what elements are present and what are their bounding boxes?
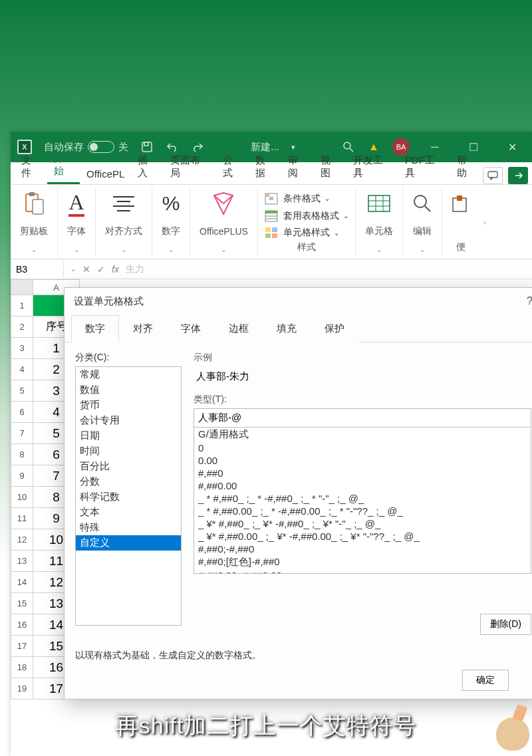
type-item[interactable]: G/通用格式 [194,428,531,441]
type-item[interactable]: _ * #,##0_ ;_ * -#,##0_ ;_ * "-"_ ;_ @_ [194,492,531,505]
tab-view[interactable]: 视图 [314,150,346,184]
row-header[interactable]: 15 [11,593,33,614]
category-list[interactable]: 常规 数值 货币 会计专用 日期 时间 百分比 分数 科学记数 文本 特殊 自定… [75,366,182,626]
table-format-button[interactable]: 套用表格格式 ⌄ [265,207,348,225]
group-alignment[interactable]: 对齐方式 ⌄ [96,188,152,256]
category-item-custom[interactable]: 自定义 [76,535,181,551]
dialog-tab-number[interactable]: 数字 [71,315,119,342]
tab-data[interactable]: 数据 [249,150,281,184]
cell-styles-button[interactable]: 单元格样式 ⌄ [265,224,348,241]
comments-button[interactable] [483,167,503,184]
category-item[interactable]: 分数 [76,474,181,489]
type-item[interactable]: #,##0;[红色]-#,##0 [194,555,531,569]
ribbon-overflow-icon[interactable]: › [479,188,490,256]
percent-icon: % [162,190,180,217]
type-item[interactable]: #,##0.00;-#,##0.00 [194,569,531,574]
group-label: 单元格 [365,225,393,237]
dropdown-icon[interactable]: ⌄ [70,265,76,273]
type-item[interactable]: _ * #,##0.00_ ;_ * -#,##0.00_ ;_ * "-"??… [194,505,531,517]
row-header[interactable]: 4 [11,359,33,380]
conditional-format-button[interactable]: 条件格式 ⌄ [265,190,348,207]
category-item[interactable]: 特殊 [76,520,181,535]
row-header[interactable]: 5 [11,380,33,402]
font-icon: A [68,190,84,217]
category-item[interactable]: 会计专用 [76,413,181,428]
tab-pdf[interactable]: PDF工具 [398,150,450,184]
row-header[interactable]: 6 [11,402,33,423]
category-item[interactable]: 常规 [76,367,181,382]
formula-bar: B3 ⌄ ✕ ✓ fx 生力 [11,259,532,279]
category-item[interactable]: 数值 [76,382,181,398]
tab-help[interactable]: 帮助 [450,150,483,184]
row-header[interactable]: 2 [11,316,33,338]
dialog-titlebar[interactable]: 设置单元格格式 ? [65,288,532,315]
category-item[interactable]: 时间 [76,443,181,459]
row-header[interactable]: 11 [11,508,33,529]
type-list[interactable]: G/通用格式 0 0.00 #,##0 #,##0.00 _ * #,##0_ … [194,428,531,574]
group-number[interactable]: % 数字 ⌄ [152,188,190,256]
category-item[interactable]: 科学记数 [76,489,181,505]
category-item[interactable]: 货币 [76,398,181,413]
group-clipboard[interactable]: 剪贴板 ⌄ [11,188,58,256]
dialog-tab-alignment[interactable]: 对齐 [119,315,167,342]
select-all-corner[interactable] [11,279,33,295]
delete-button[interactable]: 删除(D) [480,614,531,635]
ok-button[interactable]: 确定 [462,670,509,691]
dialog-tab-protection[interactable]: 保护 [311,315,358,342]
group-font[interactable]: A 字体 ⌄ [58,188,96,256]
row-header[interactable]: 13 [11,551,33,572]
row-header[interactable]: 16 [11,614,33,636]
category-item[interactable]: 百分比 [76,459,181,474]
alignment-icon [112,190,136,217]
row-header[interactable]: 12 [11,529,33,551]
dialog-tab-font[interactable]: 字体 [167,315,215,342]
type-item[interactable]: #,##0;-#,##0 [194,543,531,555]
svg-line-29 [425,206,430,211]
tab-officepl[interactable]: OfficePL [80,164,131,184]
group-officeplus[interactable]: OfficePLUS ⌄ [190,188,258,256]
share-button[interactable] [508,167,528,184]
type-item[interactable]: 0.00 [194,454,531,467]
category-item[interactable]: 文本 [76,505,181,520]
tab-formulas[interactable]: 公式 [216,150,249,184]
dialog-tab-border[interactable]: 边框 [215,315,263,342]
fx-icon[interactable]: fx [112,264,119,275]
type-item[interactable]: 0 [194,441,531,454]
help-icon[interactable]: ? [527,295,532,307]
tab-developer[interactable]: 开发工具 [346,150,398,184]
cancel-icon[interactable]: ✕ [82,264,90,275]
close-button[interactable]: ✕ [499,137,525,157]
type-item[interactable]: _ ¥* #,##0_ ;_ ¥* -#,##0_ ;_ ¥* "-"_ ;_ … [194,517,531,530]
row-header[interactable]: 3 [11,338,33,359]
svg-rect-23 [368,195,390,211]
type-input[interactable] [194,408,531,428]
row-header[interactable]: 7 [11,423,33,444]
chevron-down-icon: ⌄ [376,246,382,253]
tab-file[interactable]: 文件 [15,150,47,184]
row-header[interactable]: 1 [11,295,33,316]
chevron-down-icon: ⌄ [221,246,226,253]
toggle-switch-icon[interactable] [88,141,114,153]
row-header[interactable]: 14 [11,572,33,593]
type-item[interactable]: #,##0.00 [194,479,531,492]
type-item[interactable]: _ ¥* #,##0.00_ ;_ ¥* -#,##0.00_ ;_ ¥* "-… [194,530,531,543]
group-editing[interactable]: 编辑 ⌄ [403,188,442,256]
row-header[interactable]: 8 [11,444,33,465]
tab-home[interactable]: 开始 [47,148,80,184]
group-cells[interactable]: 单元格 ⌄ [356,188,403,256]
row-header[interactable]: 9 [11,465,33,487]
category-item[interactable]: 日期 [76,428,181,443]
formula-input[interactable]: 生力 [126,263,144,275]
row-header[interactable]: 17 [11,636,33,657]
enter-icon[interactable]: ✓ [97,264,105,275]
group-addins[interactable]: 便 [442,188,479,256]
dialog-tab-fill[interactable]: 填充 [263,315,311,342]
name-box[interactable]: B3 [11,261,64,277]
row-header[interactable]: 19 [11,678,33,699]
tab-layout[interactable]: 页面布局 [164,150,215,184]
tab-insert[interactable]: 插入 [131,150,164,184]
row-header[interactable]: 18 [11,657,33,678]
type-item[interactable]: #,##0 [194,467,531,479]
row-header[interactable]: 10 [11,487,33,508]
tab-review[interactable]: 审阅 [281,150,314,184]
